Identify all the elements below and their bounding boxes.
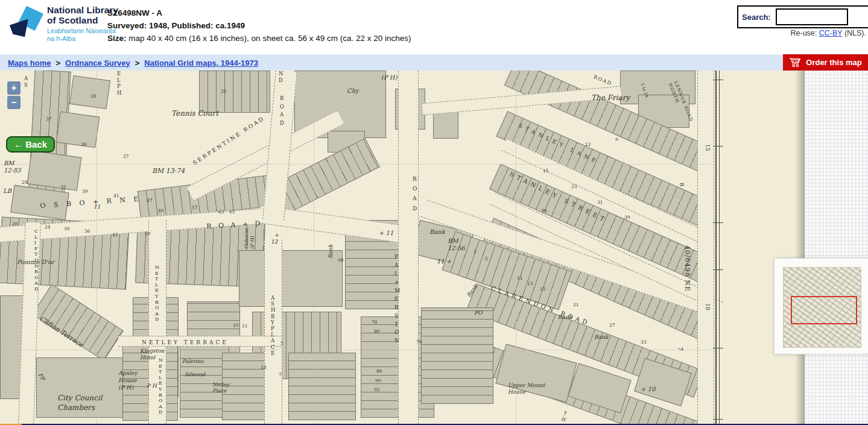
map-label: 8 [679,183,685,186]
map-label: 36 [84,228,90,234]
grid-line [0,164,715,165]
map-label: 65 [229,209,235,215]
map-label: Bank [429,228,445,235]
cc-by-link[interactable]: CC-BY [819,29,843,37]
map-label: LB [3,187,11,194]
map-label: 57 [192,205,198,210]
map-label: P H [147,383,157,389]
map-label: 28 [90,93,97,99]
map-label: 33 [641,339,647,345]
building [239,250,343,307]
map-label: R O A D [280,95,284,127]
road [398,71,419,424]
map-label: Apsley House (P H) [118,370,138,391]
map-label: 11 [93,204,100,210]
building [199,71,270,113]
map-canvas[interactable]: SERPENTINE ROADO S B O + R N ER O A + DS… [0,71,868,424]
map-survey-line: Surveyed: 1948, Published: ca.1949 [107,20,411,33]
map-label: 7 [676,347,684,351]
map-label: 10 [705,303,711,310]
map-label: Bank [328,245,334,259]
breadcrumb-separator: > [135,58,140,68]
map-label: 39 [82,189,88,194]
background-grid-paper [805,71,868,424]
map-label: 37 [46,116,52,122]
map-label: (P H) [381,74,397,81]
map-label: 30 [64,226,70,231]
map-label: 23 [571,184,577,189]
map-label: NETLEY TERRACE [142,339,229,345]
map-label: 40/6498 NE [683,245,691,292]
building [27,150,82,190]
margin-tick [713,146,723,146]
road [697,71,714,424]
map-label: 41 [113,193,119,198]
map-label: 91 [542,208,548,213]
map-label: Kingston Hotel [140,348,165,361]
map-label: + 10 [641,386,655,392]
map-label: N E T L E Y R O A D [155,265,159,323]
map-label: 15 [705,144,711,151]
map-label: T H [560,411,568,423]
building [56,112,100,148]
map-label: 11 [517,275,523,281]
search-input[interactable] [776,8,848,25]
map-label: 50 [145,231,151,236]
map-label: Netley Place [212,382,229,394]
map-label: 27 [609,323,615,328]
margin-tick [713,419,723,420]
search-label: Search: [742,13,771,22]
size-value: map 40 x 40 cm (16 x 16 inches), on shee… [127,34,411,43]
map-label: City Council Chambers [57,394,103,412]
building [421,307,493,404]
map-label: 27 [123,154,129,159]
breadcrumb-link[interactable]: Ordnance Survey [65,58,130,68]
map-label: The Friary [591,93,630,102]
map-label: Bank [558,314,572,320]
grid-line [516,71,516,424]
map-label: 15 [540,286,546,292]
zoom-in-button[interactable]: + [7,81,21,95]
map-label: 21 [573,302,579,307]
nls-logo[interactable]: National Library of Scotland Leabharlann… [8,5,118,43]
order-this-map-button[interactable]: Order this map [783,54,868,71]
grid-line [314,71,314,424]
map-sheet-neatline [715,71,717,424]
map-label: 20 [12,221,18,227]
map-sheet-ruled-line [719,71,720,424]
map-label: PO [474,310,482,316]
search-box: Search: [737,5,868,28]
overview-minimap[interactable] [774,258,868,354]
map-label: Chy [347,87,359,94]
map-label: Tennis Court [171,109,218,118]
margin-tick [713,80,723,80]
map-label: ROAD [593,74,613,87]
map-label: Upper Mount House [508,382,545,396]
map-label: 25 [221,89,227,94]
map-label: + 11 [379,230,393,236]
minimap-view-rectangle[interactable] [791,296,857,324]
breadcrumb-separator: > [56,58,61,68]
back-button[interactable]: ← Back [6,136,55,153]
map-label: Pomme D'or [17,259,54,265]
map-label: 3 [474,249,477,254]
map-label: 7 [279,372,282,377]
map-label: 63 [218,209,224,215]
size-label: Size: [107,34,127,43]
map-label: N D [279,71,283,84]
page-header: National Library of Scotland Leabharlann… [0,0,868,54]
grid-line [0,350,715,350]
zoom-out-button[interactable]: − [7,96,21,109]
map-label: 24 [45,224,51,230]
map-label: 90 [375,378,381,383]
map-label: A S [24,75,28,89]
breadcrumb-link[interactable]: Maps home [8,58,51,68]
zoom-control: + − [7,81,21,110]
map-label: 73 [416,339,422,345]
breadcrumb-link[interactable]: National Grid maps, 1944-1973 [144,58,258,68]
map-label: 26 [81,142,87,147]
map-label: 78 [372,320,378,325]
reuse-note: Re-use: CC-BY (NLS). [790,29,866,37]
map-label: 11 + [437,258,451,265]
map-sheet-title: SZ6498NW - A [107,7,411,20]
